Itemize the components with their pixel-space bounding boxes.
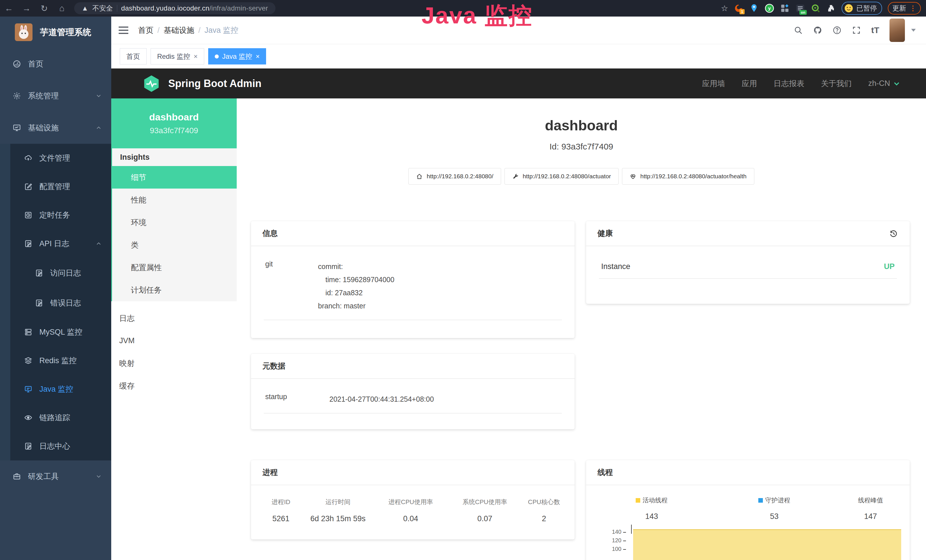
app-logo-row[interactable]: 芋道管理系统 <box>0 17 111 48</box>
address-bar[interactable]: ▲ 不安全 dashboard.yudao.iocoder.cn/infra/a… <box>74 2 275 14</box>
browser-update-button[interactable]: 更新 ⋮ <box>888 2 921 15</box>
extension-pin-icon[interactable] <box>749 3 759 13</box>
browser-back-icon[interactable]: ← <box>0 3 18 13</box>
close-icon[interactable]: × <box>256 53 260 61</box>
sba-locale-select[interactable]: zh-CN <box>868 79 900 88</box>
extension-grid-icon[interactable] <box>780 3 790 13</box>
sba-nav-caches[interactable]: 缓存 <box>111 375 237 397</box>
browser-reload-icon[interactable]: ↻ <box>35 3 53 14</box>
chevron-down-icon <box>893 80 900 87</box>
history-icon[interactable] <box>889 229 898 238</box>
service-url-link[interactable]: http://192.168.0.2:48080/ <box>409 168 501 185</box>
process-stat: 系统CPU使用率 0.07 <box>448 498 522 523</box>
sba-header: Spring Boot Admin 应用墙 应用 日志报表 关于我们 zh-CN <box>111 68 926 98</box>
extension-y-icon[interactable]: y <box>764 3 774 13</box>
tab-home[interactable]: 首页 <box>120 48 147 65</box>
process-card-title: 进程 <box>251 460 575 485</box>
sba-instance-sidebar: dashboard 93a3fc7f7409 Insights 细节 性能 环境… <box>111 98 237 560</box>
fullscreen-icon[interactable] <box>852 26 861 35</box>
sidebar-item-system[interactable]: 系统管理 <box>0 80 111 112</box>
sidebar-item-access-logs[interactable]: 访问日志 <box>0 258 111 288</box>
sba-menu-applications[interactable]: 应用 <box>741 79 757 89</box>
address-divider <box>117 5 117 12</box>
tab-java-monitor[interactable]: Java 监控 × <box>208 48 266 65</box>
sba-nav-jvm[interactable]: JVM <box>111 330 237 352</box>
profile-paused-chip[interactable]: 已暂停 <box>841 2 882 15</box>
health-instance-label: Instance <box>601 262 630 271</box>
sba-menu-journal[interactable]: 日志报表 <box>773 79 804 89</box>
sidebar-submenu-infrastructure: 文件管理 配置管理 定时任务 API 日志 访问日志 错误日志 <box>0 144 111 460</box>
sidebar-item-infrastructure[interactable]: 基础设施 <box>0 112 111 144</box>
chevron-down-icon <box>95 473 102 480</box>
browser-forward-icon[interactable]: → <box>18 3 35 13</box>
sba-nav-config-props[interactable]: 配置属性 <box>112 256 237 279</box>
process-stat: 运行时间 6d 23h 15m 59s <box>302 498 374 523</box>
threads-legend: 活动线程 守护进程 线程峰值 <box>586 485 910 505</box>
sba-nav-mappings[interactable]: 映射 <box>111 352 237 375</box>
sidebar-item-file-management[interactable]: 文件管理 <box>0 144 111 172</box>
page-subtitle: Id: 93a3fc7f7409 <box>237 142 926 151</box>
process-stat: CPU核心数 2 <box>522 498 566 523</box>
sidebar-item-java-monitor[interactable]: Java 监控 <box>0 375 111 403</box>
sba-main-content: dashboard Id: 93a3fc7f7409 http://192.16… <box>237 98 926 560</box>
url-host: dashboard.yudao.iocoder.cn <box>121 4 209 12</box>
legend-peak-threads: 线程峰值 <box>858 496 883 505</box>
legend-blue-swatch <box>758 498 763 502</box>
close-icon[interactable]: × <box>194 53 198 61</box>
sba-nav-classes[interactable]: 类 <box>112 234 237 256</box>
sidebar-toggle-icon[interactable] <box>119 27 128 34</box>
actuator-url-link[interactable]: http://192.168.0.2:48080/actuator <box>504 168 619 185</box>
threads-card: 线程 活动线程 守护进程 线程峰值 <box>586 460 910 560</box>
breadcrumb-home[interactable]: 首页 <box>138 25 153 35</box>
sidebar-item-home[interactable]: 首页 <box>0 48 111 80</box>
sidebar-item-log-center[interactable]: 日志中心 <box>0 432 111 460</box>
chevron-up-icon <box>95 124 102 131</box>
y-axis-line <box>631 525 632 534</box>
browser-right-cluster: ☆ 1 y on <box>721 0 921 17</box>
browser-menu-icon[interactable]: ⋮ <box>909 4 916 12</box>
health-url-link[interactable]: http://192.168.0.2:48080/actuator/health <box>622 168 754 185</box>
extension-puzzle-icon[interactable] <box>826 3 836 13</box>
legend-live-threads: 活动线程 <box>635 496 667 505</box>
extension-colorpicker-icon[interactable]: 1 <box>734 3 743 13</box>
database-icon <box>23 327 33 337</box>
extension-list-on-icon[interactable]: on <box>795 3 805 13</box>
y-tick: 100 <box>598 546 626 552</box>
sba-nav-metrics[interactable]: 性能 <box>112 189 237 211</box>
sba-nav-environment[interactable]: 环境 <box>112 211 237 234</box>
search-icon[interactable] <box>794 26 803 35</box>
font-size-icon[interactable]: tT <box>871 26 879 35</box>
github-icon[interactable] <box>813 26 822 35</box>
sba-menu-about[interactable]: 关于我们 <box>821 79 852 89</box>
bookmark-star-icon[interactable]: ☆ <box>721 4 728 13</box>
sidebar-item-config-management[interactable]: 配置管理 <box>0 172 111 201</box>
browser-home-icon[interactable]: ⌂ <box>53 3 71 13</box>
breadcrumb-infrastructure[interactable]: 基础设施 <box>164 25 195 35</box>
screen: ← → ↻ ⌂ ▲ 不安全 dashboard.yudao.iocoder.cn… <box>0 0 926 560</box>
sidebar-item-tracing[interactable]: 链路追踪 <box>0 403 111 432</box>
layers-icon <box>23 356 33 365</box>
java-monitor-icon <box>23 384 33 394</box>
sidebar-item-dev-tools[interactable]: 研发工具 <box>0 460 111 492</box>
instance-selector[interactable]: dashboard 93a3fc7f7409 <box>111 98 237 148</box>
sidebar-item-redis-monitor[interactable]: Redis 监控 <box>0 346 111 375</box>
sba-nav-scheduled-tasks[interactable]: 计划任务 <box>112 279 237 301</box>
extension-leaf-icon[interactable] <box>811 3 820 13</box>
monitor-icon <box>12 123 22 133</box>
sba-brand-title[interactable]: Spring Boot Admin <box>168 77 262 89</box>
sidebar-item-mysql-monitor[interactable]: MySQL 监控 <box>0 318 111 346</box>
toolbox-icon <box>12 472 22 481</box>
avatar-caret-icon[interactable] <box>911 29 916 32</box>
sidebar-item-scheduled-tasks[interactable]: 定时任务 <box>0 201 111 229</box>
dashboard-icon <box>12 59 22 69</box>
log-edit-icon <box>23 441 33 451</box>
help-icon[interactable] <box>832 26 841 35</box>
user-avatar[interactable] <box>890 18 905 42</box>
sidebar-item-api-logs[interactable]: API 日志 <box>0 229 111 258</box>
sba-nav-details[interactable]: 细节 <box>112 166 237 189</box>
sba-menu-wallboard[interactable]: 应用墙 <box>702 79 725 89</box>
tab-redis-monitor[interactable]: Redis 监控 × <box>151 48 204 65</box>
sidebar-item-error-logs[interactable]: 错误日志 <box>0 288 111 318</box>
sba-nav-logs[interactable]: 日志 <box>111 307 237 330</box>
insights-group: Insights 细节 性能 环境 类 配置属性 计划任务 <box>111 148 237 301</box>
